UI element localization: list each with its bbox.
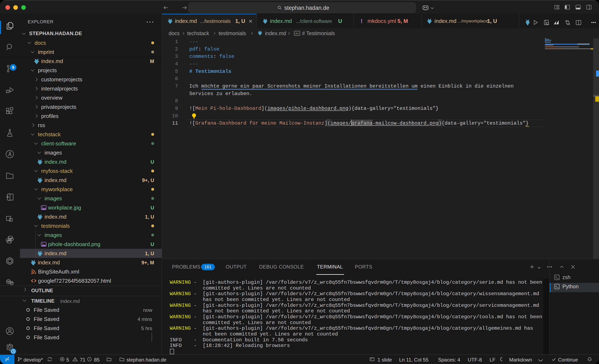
svg-text:abc: abc: [295, 32, 299, 35]
